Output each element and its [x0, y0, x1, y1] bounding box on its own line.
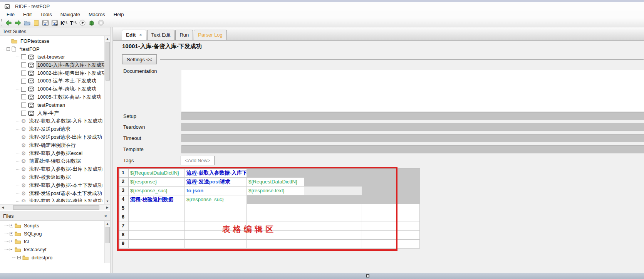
toolbar-search-keywords-button[interactable]: K [59, 19, 69, 27]
suite-item[interactable]: ⚙流程-发送post请求-出库下发成功 [0, 133, 104, 141]
grid-cell-r5c4[interactable] [304, 204, 362, 213]
grid-cell-r1c1[interactable]: ${RequestDataDictIN} [129, 169, 185, 178]
grid-cell-r8c4[interactable] [304, 231, 362, 240]
grid-row-header[interactable]: 2 [119, 178, 129, 187]
toolbar-new-button[interactable] [32, 19, 41, 27]
grid-cell-r9c5[interactable] [362, 240, 420, 249]
toolbar-run-button[interactable] [78, 19, 87, 27]
suite-item[interactable]: ⚙流程-发送post请求-本土下发成功 [0, 189, 104, 197]
grid-cell-r6c1[interactable] [129, 213, 185, 222]
checkbox[interactable] [21, 71, 26, 76]
tree-horizontal-scrollbar[interactable]: ◀ ▶ [0, 204, 110, 210]
grid-row-header[interactable]: 6 [119, 213, 129, 222]
grid-cell-r7c4[interactable] [304, 222, 362, 231]
grid-row-header[interactable]: 4 [119, 195, 129, 204]
bottom-splitter-bar[interactable] [0, 273, 644, 279]
grid-cell-r1c5[interactable] [362, 169, 420, 178]
grid-cell-r5c3[interactable] [247, 204, 304, 213]
grid-cell-r8c5[interactable] [362, 231, 420, 240]
suite-item[interactable]: ⚙流程-获取入参数据-跨境下发成功 [0, 197, 104, 202]
tab-parser-log[interactable]: Parser Log [194, 30, 227, 40]
scroll-up-icon[interactable]: ▲ [105, 36, 110, 42]
grid-cell-r3c2[interactable]: to json [185, 187, 247, 195]
checkbox[interactable] [21, 103, 26, 108]
expander-plus-icon[interactable]: + [10, 232, 13, 235]
suite-item[interactable]: ⚙流程-发送post请求 [0, 125, 104, 133]
file-item[interactable]: −testcaseyf [0, 245, 104, 254]
grid-cell-r1c4[interactable] [304, 169, 362, 178]
file-item[interactable] [0, 262, 104, 263]
scrollbar-thumb[interactable] [13, 205, 99, 210]
expander-minus-icon[interactable]: − [10, 248, 13, 251]
grid-cell-r1c2[interactable]: 流程-获取入参数据-入库下发成功 [185, 169, 247, 178]
suite-item[interactable]: tset-browser [0, 53, 104, 61]
checkbox[interactable] [21, 62, 26, 67]
scroll-up-icon[interactable]: ▲ [105, 221, 110, 227]
toolbar-open-button[interactable] [22, 19, 32, 27]
file-item[interactable]: +SQLyog [0, 230, 104, 238]
teardown-field[interactable] [181, 123, 644, 131]
file-item[interactable]: +tcl [0, 238, 104, 246]
suite-item[interactable]: ⚙流程-校验返回数据 [0, 173, 104, 182]
documentation-field[interactable] [181, 70, 644, 111]
timeout-field[interactable] [181, 134, 644, 142]
tree-vertical-scrollbar[interactable]: ▲ ▼ [104, 36, 110, 204]
grid-row-header[interactable]: 9 [119, 240, 129, 249]
files-vertical-scrollbar[interactable]: ▲ [104, 221, 110, 263]
checkbox[interactable] [21, 79, 26, 84]
splitter-handle[interactable] [366, 274, 369, 277]
tab-text-edit[interactable]: Text Edit [147, 30, 175, 40]
grid-cell-r5c1[interactable] [129, 204, 185, 213]
grid-cell-r5c5[interactable] [362, 204, 420, 213]
grid-cell-r6c2[interactable] [185, 213, 247, 222]
grid-cell-r7c1[interactable] [129, 222, 185, 231]
grid-row-header[interactable]: 8 [119, 231, 129, 240]
suite-item[interactable]: 10002-出库-销售出库-下发成功 [0, 69, 104, 77]
toolbar-stop-button[interactable] [96, 19, 106, 27]
suite-item[interactable]: ⚙流程-获取入参数据-本土下发成功 [0, 181, 104, 189]
menu-item-macros[interactable]: Macros [84, 11, 109, 18]
menu-item-tools[interactable]: Tools [36, 11, 56, 18]
tab-run[interactable]: Run [175, 30, 193, 40]
grid-cell-r6c3[interactable] [247, 213, 304, 222]
suite-item[interactable]: ⚙流程-获取入参数据-入库下发成功 [0, 117, 104, 125]
suite-item[interactable]: −*testFOP [0, 45, 104, 53]
checkbox[interactable] [21, 87, 26, 92]
grid-cell-r3c5[interactable] [362, 187, 420, 195]
suite-item[interactable]: 10003-运单-本土-下发成功 [0, 77, 104, 85]
grid-cell-r9c1[interactable] [129, 240, 185, 249]
suite-item[interactable]: 10001-入库-备货入库-下发成功 [0, 61, 104, 69]
grid-cell-r8c1[interactable] [129, 231, 185, 240]
tab-edit[interactable]: Edit× [122, 30, 146, 40]
expander-minus-icon[interactable]: − [7, 47, 10, 51]
scroll-down-icon[interactable]: ▼ [105, 198, 110, 204]
grid-cell-r4c2[interactable]: ${response_suc} [185, 195, 247, 204]
add-tag-button[interactable]: <Add New> [181, 156, 215, 165]
grid-cell-r2c1[interactable]: ${response} [129, 178, 185, 187]
suite-item[interactable]: ⚙流程-确定用例所在行 [0, 141, 104, 149]
grid-cell-r3c1[interactable]: ${response_suc} [129, 187, 185, 195]
panel-splitter[interactable] [110, 27, 113, 273]
close-icon[interactable]: × [104, 213, 107, 219]
setup-field[interactable] [181, 112, 644, 120]
grid-row-header[interactable]: 5 [119, 204, 129, 213]
scroll-right-icon[interactable]: ▶ [104, 205, 110, 210]
toolbar-back-button[interactable] [4, 19, 13, 27]
grid-cell-r7c5[interactable] [362, 222, 420, 231]
menu-item-edit[interactable]: Edit [19, 11, 36, 18]
grid-cell-r9c3[interactable] [247, 240, 304, 249]
suite-item[interactable]: FOPtestcase [0, 37, 104, 45]
suite-item[interactable]: testPostman [0, 101, 104, 109]
toolbar-save-button[interactable] [41, 19, 50, 27]
grid-cell-r3c3[interactable]: ${response.text} [247, 187, 304, 195]
grid-cell-r2c3[interactable]: ${RequestDataDictIN} [247, 178, 304, 187]
grid-cell-r2c5[interactable] [362, 178, 420, 187]
toolbar-save-all-button[interactable] [50, 19, 59, 27]
grid-cell-r6c5[interactable] [362, 213, 420, 222]
template-field[interactable] [181, 145, 644, 153]
suite-item[interactable]: ⚙前置处理-读取公用数据 [0, 157, 104, 165]
suite-item[interactable]: ⚙流程-获取入参数据-出库下发成功 [0, 165, 104, 173]
grid-cell-r1c3[interactable] [247, 169, 304, 178]
settings-toggle-button[interactable]: Settings << [122, 54, 157, 64]
expander-minus-icon[interactable]: − [17, 256, 21, 259]
